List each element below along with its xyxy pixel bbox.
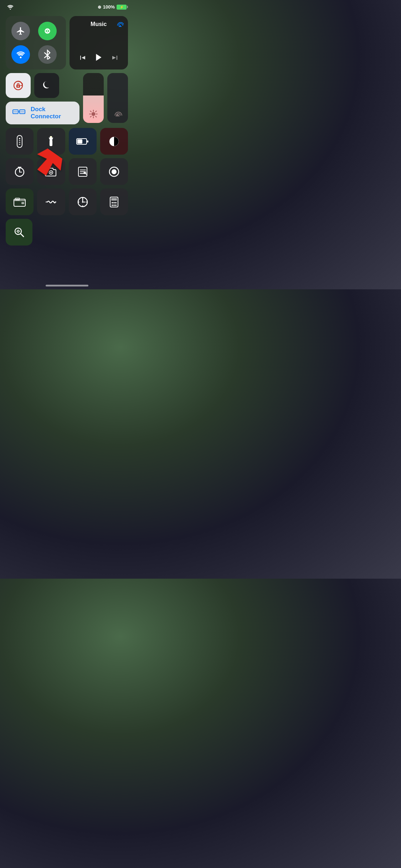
cellular-button[interactable] (38, 22, 57, 40)
svg-rect-32 (50, 140, 52, 146)
bluetooth-icon (43, 50, 51, 60)
airplane-mode-button[interactable] (11, 22, 30, 40)
svg-rect-64 (111, 198, 117, 201)
brightness-slider[interactable] (83, 73, 104, 123)
notes-app-icon[interactable] (69, 158, 97, 185)
brightness-icon (89, 109, 98, 119)
dock-label-line1: Dock (31, 106, 61, 113)
svg-point-60 (86, 201, 87, 202)
dock-connector-icon (12, 108, 26, 118)
moon-icon (41, 80, 52, 91)
volume-slider[interactable] (107, 73, 128, 123)
rotation-lock-button[interactable] (6, 73, 31, 98)
app-icons-row1 (6, 128, 128, 155)
svg-point-35 (50, 136, 52, 138)
dock-connector-button[interactable]: Dock Connector (6, 102, 79, 124)
svg-marker-6 (96, 54, 101, 61)
magnifier-app-icon[interactable] (6, 219, 32, 246)
svg-line-26 (96, 111, 96, 112)
battery-percentage: 100% (103, 4, 115, 10)
svg-rect-37 (77, 139, 82, 144)
svg-rect-8 (117, 56, 117, 60)
svg-marker-7 (112, 56, 116, 60)
svg-point-0 (10, 9, 11, 10)
remote-app-icon[interactable] (6, 128, 34, 155)
do-not-disturb-button[interactable] (34, 73, 59, 98)
row-toggles-dock: Dock Connector (6, 73, 128, 124)
svg-point-65 (112, 202, 113, 203)
bluetooth-button[interactable] (38, 45, 57, 64)
wallet-app-icon[interactable] (6, 188, 34, 215)
svg-rect-31 (19, 144, 20, 145)
rotation-lock-icon (12, 79, 24, 92)
svg-rect-54 (21, 202, 24, 204)
sound-recognition-app-icon[interactable] (37, 188, 65, 215)
svg-rect-14 (14, 111, 17, 113)
calculator-app-icon[interactable] (100, 188, 128, 215)
cellular-icon (43, 26, 52, 36)
battery-icon: ⚡ (117, 5, 127, 10)
wifi-toggle-icon (16, 51, 26, 58)
svg-point-11 (17, 86, 19, 87)
svg-rect-29 (19, 140, 20, 141)
wifi-toggle-button[interactable] (11, 45, 30, 64)
invert-icon (109, 136, 119, 147)
app-icons-row2 (6, 158, 128, 185)
music-controls (74, 53, 123, 64)
svg-rect-38 (87, 140, 88, 143)
camera-app-icon[interactable] (37, 158, 65, 185)
battery-app-icon[interactable] (69, 128, 97, 155)
status-bar-right: ⊕ 100% ⚡ (98, 4, 127, 10)
svg-point-68 (112, 205, 113, 206)
row-connectivity-music: Music (6, 16, 128, 69)
row-with-arrow (6, 158, 128, 185)
control-center: Music (0, 12, 134, 249)
screen-record-icon (109, 166, 119, 177)
svg-point-28 (19, 138, 20, 139)
network-panel[interactable] (6, 16, 66, 69)
svg-point-70 (115, 205, 117, 206)
row-magnifier (6, 219, 128, 246)
camera-icon (45, 167, 57, 177)
timer-app-icon[interactable] (6, 158, 34, 185)
clock-app-icon[interactable] (69, 188, 97, 215)
svg-point-66 (113, 202, 115, 203)
music-title: Music (74, 21, 123, 27)
dock-label-line2: Connector (31, 113, 61, 120)
svg-point-62 (78, 201, 79, 202)
remote-icon (15, 135, 24, 148)
timer-icon (14, 166, 25, 177)
svg-line-73 (21, 234, 24, 237)
clock-icon (77, 197, 88, 207)
svg-point-51 (112, 169, 117, 174)
sound-icon (46, 197, 56, 207)
invert-colors-app-icon[interactable] (100, 128, 128, 155)
airplane-icon (16, 26, 25, 36)
svg-line-25 (91, 116, 91, 117)
svg-point-18 (92, 112, 96, 116)
music-prev-button[interactable] (78, 54, 87, 63)
svg-point-59 (82, 197, 83, 198)
flashlight-app-icon[interactable] (37, 128, 65, 155)
music-header: Music (74, 21, 123, 27)
music-panel[interactable]: Music (70, 16, 128, 69)
battery-status-icon (76, 138, 89, 145)
notes-icon (78, 166, 88, 177)
magnifier-icon (14, 227, 25, 238)
status-bar-left (7, 5, 14, 10)
orientation-lock-icon: ⊕ (98, 5, 101, 10)
music-play-button[interactable] (94, 53, 103, 64)
svg-rect-12 (17, 83, 19, 85)
wifi-icon (7, 5, 14, 10)
airplay-icon[interactable] (117, 20, 124, 29)
svg-line-24 (96, 116, 96, 117)
wallet-icon (14, 197, 26, 207)
svg-rect-16 (20, 111, 24, 113)
home-indicator (46, 285, 88, 286)
svg-point-69 (113, 205, 115, 206)
status-bar: ⊕ 100% ⚡ (0, 0, 134, 12)
svg-rect-30 (19, 142, 20, 143)
screen-record-app-icon[interactable] (100, 158, 128, 185)
music-next-button[interactable] (110, 54, 119, 63)
svg-line-23 (91, 111, 91, 112)
